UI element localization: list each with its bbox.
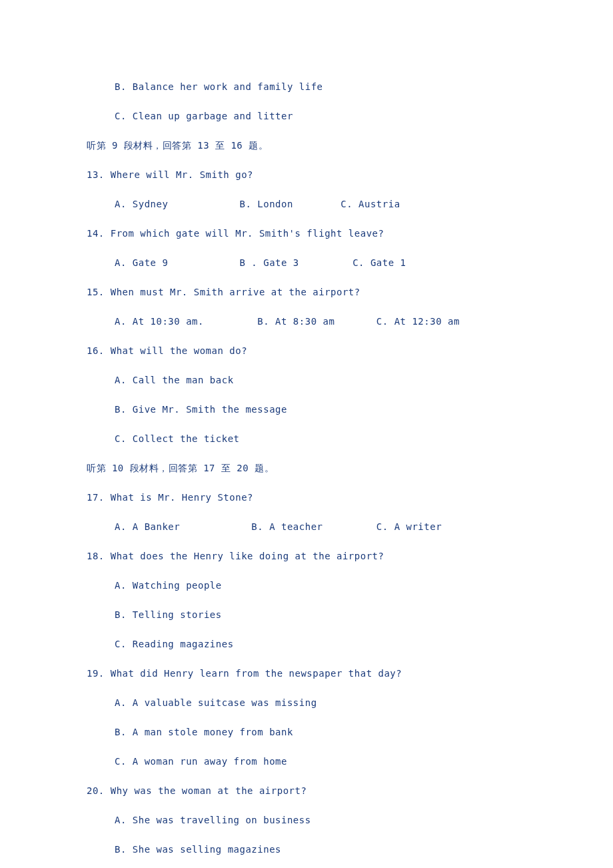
text-line: 听第 10 段材料，回答第 17 至 20 题。: [87, 461, 526, 475]
text-line: A. She was travelling on business: [87, 813, 526, 827]
text-line: A. Call the man back: [87, 373, 526, 387]
text-line: 19. What did Henry learn from the newspa…: [87, 667, 526, 681]
text-line: B. A man stole money from bank: [87, 725, 526, 739]
text-line: C. Collect the ticket: [87, 432, 526, 446]
text-line: 18. What does the Henry like doing at th…: [87, 549, 526, 563]
document-content: B. Balance her work and family lifeC. Cl…: [87, 80, 526, 868]
text-line: B. Give Mr. Smith the message: [87, 403, 526, 417]
text-line: A. Gate 9 B . Gate 3 C. Gate 1: [87, 256, 526, 270]
text-line: B. Balance her work and family life: [87, 80, 526, 94]
text-line: 15. When must Mr. Smith arrive at the ai…: [87, 285, 526, 299]
text-line: C. A woman run away from home: [87, 755, 526, 769]
text-line: 14. From which gate will Mr. Smith's fli…: [87, 227, 526, 241]
text-line: 16. What will the woman do?: [87, 344, 526, 358]
text-line: 听第 9 段材料，回答第 13 至 16 题。: [87, 139, 526, 153]
text-line: A. A valuable suitcase was missing: [87, 696, 526, 710]
text-line: A. At 10:30 am. B. At 8:30 am C. At 12:3…: [87, 315, 526, 329]
text-line: 17. What is Mr. Henry Stone?: [87, 491, 526, 505]
text-line: 20. Why was the woman at the airport?: [87, 784, 526, 798]
text-line: A. A Banker B. A teacher C. A writer: [87, 520, 526, 534]
text-line: A. Watching people: [87, 579, 526, 593]
text-line: C. Clean up garbage and litter: [87, 109, 526, 123]
text-line: B. She was selling magazines: [87, 843, 526, 857]
text-line: A. Sydney B. London C. Austria: [87, 197, 526, 211]
text-line: C. Reading magazines: [87, 637, 526, 651]
text-line: B. Telling stories: [87, 608, 526, 622]
text-line: 13. Where will Mr. Smith go?: [87, 168, 526, 182]
